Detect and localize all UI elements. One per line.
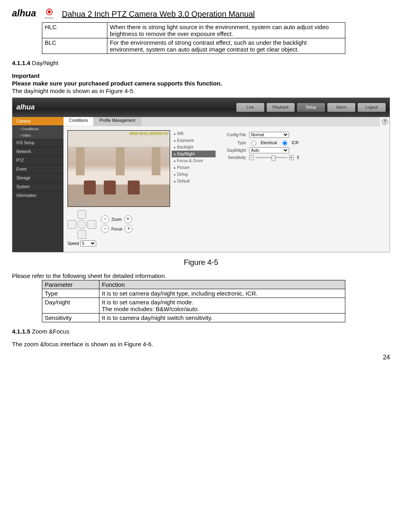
sidebar-item-information[interactable]: Information — [12, 191, 63, 200]
sidebar-item-system[interactable]: System — [12, 183, 63, 191]
tab-playback[interactable]: Playback — [267, 103, 295, 112]
daynight-select[interactable]: Auto — [249, 147, 289, 153]
preview-panel: 2015-12-11 15:04:01 Fri P PTZ Dome — [67, 130, 169, 246]
type-radio-electrical[interactable] — [251, 141, 256, 146]
table-row: BLC For the environments of strong contr… — [42, 38, 345, 54]
table-row: Type It is to set camera day/night type,… — [42, 289, 345, 298]
table-row: Sensitivity It is to camera day/night sw… — [42, 314, 345, 322]
focus-out-button[interactable]: − — [101, 225, 109, 233]
svg-point-2 — [48, 10, 51, 13]
table-row: Day/night It is to set camera day/night … — [42, 298, 345, 314]
sensitivity-label: Sensitivity — [218, 155, 246, 160]
menu-defog[interactable]: Defog — [172, 171, 216, 178]
settings-form: Config File Normal Type Electrical ICR D… — [218, 130, 376, 246]
top-nav-tabs: Live Playback Setup Alarm Logout — [236, 103, 386, 112]
sidebar-item-camera[interactable]: Camera — [12, 117, 63, 126]
daynight-label: Day&Night — [218, 148, 246, 153]
settings-menu: WB Exposure Backlight Day/Night Focus & … — [172, 130, 216, 246]
dpad-down[interactable] — [77, 230, 86, 239]
sidebar-sub-conditions[interactable]: › Conditions — [12, 126, 63, 132]
menu-exposure[interactable]: Exposure — [172, 137, 216, 144]
ui-screenshot-figure: alhua Live Playback Setup Alarm Logout C… — [12, 97, 390, 252]
tab-setup[interactable]: Setup — [297, 103, 325, 112]
svg-text:TECHNOLOGY: TECHNOLOGY — [44, 17, 54, 19]
sidebar-sub-video[interactable]: › Video — [12, 132, 63, 139]
type-label: Type — [218, 141, 246, 145]
zoom-out-button[interactable]: − — [101, 215, 109, 223]
dpad-up[interactable] — [77, 210, 86, 219]
menu-picture[interactable]: Picture — [172, 164, 216, 171]
section-heading: 4.1.1.5 Zoom &Focus — [12, 328, 390, 335]
figure-caption: Figure 4-5 — [12, 258, 390, 267]
camera-preview: 2015-12-11 15:04:01 Fri P PTZ Dome — [67, 130, 170, 207]
important-label: Important — [12, 72, 390, 79]
page-header: alhua TECHNOLOGY Dahua 2 Inch PTZ Camera… — [12, 8, 390, 20]
hlc-blc-table: HLC When there is strong light source in… — [42, 22, 345, 54]
menu-daynight[interactable]: Day/Night — [172, 151, 216, 157]
sidebar-item-network[interactable]: Network — [12, 147, 63, 156]
alhua-logo-small: alhua — [16, 103, 48, 112]
subtab-profile-mgmt[interactable]: Profile Management — [94, 117, 141, 126]
svg-text:alhua: alhua — [16, 103, 35, 111]
help-icon[interactable]: ? — [382, 119, 388, 125]
sidebar: Camera › Conditions › Video IVS Setup Ne… — [12, 117, 63, 252]
tab-alarm[interactable]: Alarm — [327, 103, 355, 112]
menu-focuszoom[interactable]: Focus & Zoom — [172, 157, 216, 164]
config-file-label: Config File — [218, 133, 246, 137]
subtab-conditions[interactable]: Conditions — [63, 117, 94, 126]
speed-control: Speed 5 — [67, 240, 169, 246]
focus-in-button[interactable]: + — [125, 225, 133, 233]
svg-text:alhua: alhua — [12, 8, 36, 18]
ptz-dpad — [67, 210, 95, 238]
zoom-in-button[interactable]: + — [124, 215, 132, 223]
speed-select[interactable]: 5 — [80, 240, 96, 246]
menu-wb[interactable]: WB — [172, 130, 216, 137]
warning-text: Please make sure your purchased product … — [12, 80, 390, 87]
timestamp-overlay: 2015-12-11 15:04:01 Fri — [129, 131, 168, 135]
section-desc: The zoom &focus interface is shown as in… — [12, 341, 390, 347]
sidebar-item-ivs[interactable]: IVS Setup — [12, 139, 63, 147]
menu-backlight[interactable]: Backlight — [172, 144, 216, 151]
alhua-logo: alhua TECHNOLOGY — [12, 8, 54, 20]
tab-live[interactable]: Live — [236, 103, 264, 112]
table-row: HLC When there is strong light source in… — [42, 23, 345, 38]
daynight-param-table: Parameter Function Type It is to set cam… — [42, 280, 345, 322]
tab-logout[interactable]: Logout — [358, 103, 386, 112]
page-number: 24 — [12, 354, 390, 361]
sensitivity-slider[interactable]: − + — [249, 155, 294, 160]
menu-default[interactable]: Default — [172, 178, 216, 185]
type-radio-icr[interactable] — [282, 141, 287, 146]
sidebar-item-ptz[interactable]: PTZ — [12, 156, 63, 165]
ptz-dome-label: P PTZ Dome — [69, 202, 90, 206]
dpad-right[interactable] — [87, 220, 96, 229]
section-heading: 4.1.1.4 Day/Night — [12, 60, 390, 66]
dpad-left[interactable] — [67, 220, 76, 229]
dpad-center[interactable] — [77, 220, 86, 229]
section-desc: The day/night mode is shown as in Figure… — [12, 87, 390, 94]
sidebar-item-event[interactable]: Event — [12, 165, 63, 174]
refer-text: Please refer to the following sheet for … — [12, 272, 390, 279]
sidebar-item-storage[interactable]: Storage — [12, 174, 63, 183]
manual-title: Dahua 2 Inch PTZ Camera Web 3.0 Operatio… — [62, 10, 255, 19]
config-file-select[interactable]: Normal — [249, 132, 289, 138]
